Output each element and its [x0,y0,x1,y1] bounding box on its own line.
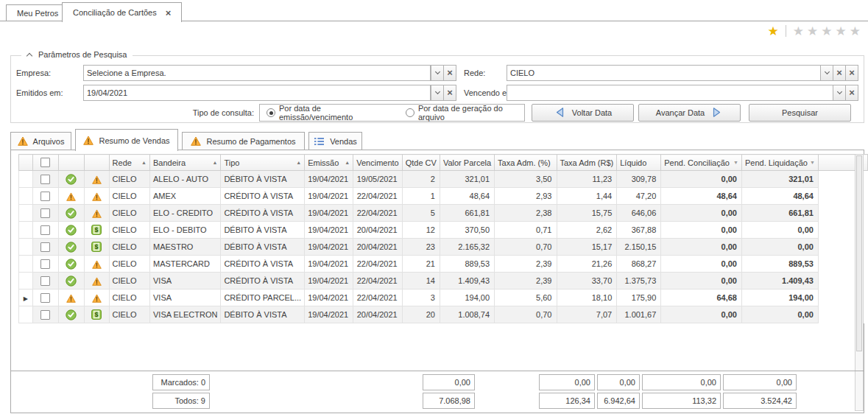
status-cell [59,273,84,290]
radio-option-por-data-de-emissao-vencimento[interactable]: Por data de emissão/vencimento [267,104,389,122]
row-checkbox[interactable] [40,192,50,201]
row-checkbox[interactable] [40,259,50,269]
cell-liquido: 2.150,15 [617,239,661,256]
cell-taxa_pct: 2,39 [495,273,557,290]
tab-vendas[interactable]: Vendas [308,132,362,150]
row-checkbox[interactable] [40,293,50,303]
row-checkbox[interactable] [40,276,50,286]
column-header-bandeira[interactable]: Bandeira▲ [150,155,221,171]
summary-todos-valor: 7.068,98 [423,393,475,409]
checkbox-cell [32,188,59,205]
tab-resumo-de-pagamentos[interactable]: Resumo de Pagamentos [182,132,305,150]
column-header-pend-conciliacao[interactable]: Pend. Conciliação▼ [661,155,742,171]
collapse-icon[interactable] [27,52,32,58]
column-header-liquido[interactable]: Líquido [617,155,661,171]
cell-rede: CIELO [109,273,149,290]
rede-clear-button[interactable]: × [833,65,846,81]
vencendo-date-field[interactable] [507,85,833,101]
table-row[interactable]: $CIELOMAESTRODÉBITO À VISTA19/04/202120/… [19,239,868,256]
filter-icon[interactable]: ▼ [733,160,738,165]
rating-star-icon[interactable]: ★ [821,25,832,38]
empresa-dropdown-button[interactable] [431,65,444,81]
rating-star-icon[interactable]: ★ [850,25,861,38]
vencendo-dropdown-button[interactable] [833,85,846,101]
row-checkbox[interactable] [40,225,50,235]
cell-pend_conc: 0,00 [661,273,742,290]
status-cell [59,239,84,256]
column-header-tipo[interactable]: Tipo▲ [221,155,305,171]
table-row[interactable]: ▶CIELOVISACRÉDITO PARCEL...19/04/202122/… [19,290,868,306]
tab-label: Resumo de Pagamentos [206,137,295,146]
column-header-taxa-adm[interactable]: Taxa Adm. (%) [495,155,557,171]
column-header-pend-liquidacao[interactable]: Pend. Liquidação▼ [741,155,818,171]
select-all-checkbox[interactable] [40,158,50,167]
close-icon[interactable]: × [166,8,172,18]
filter-icon[interactable]: ▼ [810,160,815,165]
favorite-star-icon[interactable]: ★ [768,25,779,38]
tab-arquivos[interactable]: Arquivos [10,132,71,150]
emitidos-dropdown-button[interactable] [431,85,444,101]
app-window: Meu Petros Conciliação de Cartões × ★★★★… [0,0,868,414]
cell-tipo: DÉBITO À VISTA [221,239,305,256]
voltar-data-button[interactable]: Voltar Data [532,104,634,122]
row-checkbox[interactable] [40,242,50,252]
column-header-vencimento[interactable]: Vencimento [353,155,402,171]
cell-emissao: 19/04/2021 [305,306,353,323]
cell-taxa_pct: 2,38 [495,205,557,222]
empresa-combo[interactable]: Selecione a Empresa. [83,65,431,81]
tab-conciliacao-de-cartoes[interactable]: Conciliação de Cartões × [62,2,182,22]
sort-asc-icon: ▲ [296,160,301,165]
column-header-valor-parcela[interactable]: Valor Parcela [440,155,494,171]
tab-meu-petros[interactable]: Meu Petros [6,4,69,21]
status-ok-icon [66,174,77,183]
rede-combo[interactable]: CIELO [507,65,821,81]
table-row[interactable]: CIELOALELO - AUTODÉBITO À VISTA19/04/202… [19,171,868,188]
empresa-clear-button[interactable]: × [443,65,456,81]
tab-resumo-de-vendas[interactable]: Resumo de Vendas [75,129,178,151]
cell-pend_conc: 0,00 [661,222,742,239]
column-header-taxa-adm-r[interactable]: Taxa Adm (R$) [557,155,617,171]
tab-label: Vendas [330,137,357,146]
column-header-status[interactable] [84,155,109,171]
row-indicator-cell [19,239,33,256]
sort-asc-icon: ▲ [141,160,147,165]
cell-tipo: DÉBITO À VISTA [221,171,305,188]
scrollbar-thumb[interactable] [856,155,862,351]
vertical-scrollbar[interactable] [855,154,864,411]
table-row[interactable]: $CIELOVISA ELECTRONDÉBITO À VISTA19/04/2… [19,306,868,323]
row-checkbox[interactable] [40,310,50,320]
tipo-consulta-label: Tipo de consulta: [180,105,254,121]
column-header-status[interactable] [59,155,84,171]
pesquisar-button[interactable]: Pesquisar [749,104,851,122]
column-header-select[interactable] [32,155,59,171]
column-header-rede[interactable]: Rede▲ [109,155,149,171]
column-header-emissao[interactable]: Emissão▲ [305,155,353,171]
table-row[interactable]: CIELOAMEXCRÉDITO À VISTA19/04/202122/04/… [19,188,868,205]
table-row[interactable]: CIELOVISACRÉDITO À VISTA19/04/202122/04/… [19,273,868,290]
emitidos-date-field[interactable]: 19/04/2021 [83,85,431,101]
column-title: Qtde CV [406,158,437,167]
rating-star-icon[interactable]: ★ [793,25,804,38]
cell-valor: 1.409,43 [440,273,494,290]
rede-dropdown-button[interactable] [820,65,833,81]
cell-bandeira: VISA [150,273,221,290]
rating-star-icon[interactable]: ★ [836,25,847,38]
table-row[interactable]: CIELOELO - CREDITOCRÉDITO À VISTA19/04/2… [19,205,868,222]
status-warning-icon [92,174,102,183]
table-row[interactable]: $CIELOELO - DEBITODÉBITO À VISTA19/04/20… [19,222,868,239]
data-grid: Rede▲Bandeira▲Tipo▲Emissão▲VencimentoQtd… [18,154,868,323]
column-header-qtde-cv[interactable]: Qtde CV [402,155,440,171]
radio-option-por-data-de-geracao-do-arquivo[interactable]: Por data de geração do arquivo [406,104,524,122]
row-checkbox[interactable] [40,175,50,184]
rating-star-icon[interactable]: ★ [807,25,818,38]
column-title: Vencimento [356,158,398,167]
rede-clear-filter-button[interactable]: × [845,65,858,81]
cell-emissao: 19/04/2021 [305,256,353,273]
emitidos-clear-button[interactable]: × [443,85,456,101]
avancar-data-button[interactable]: Avançar Data [638,104,741,122]
cell-pend_conc: 0,00 [661,205,742,222]
table-row[interactable]: CIELOMASTERCARDCRÉDITO À VISTA19/04/2021… [19,256,868,273]
vencendo-clear-button[interactable]: × [845,85,858,101]
row-checkbox[interactable] [40,208,50,218]
cell-pend_liq: 48,64 [741,188,818,205]
